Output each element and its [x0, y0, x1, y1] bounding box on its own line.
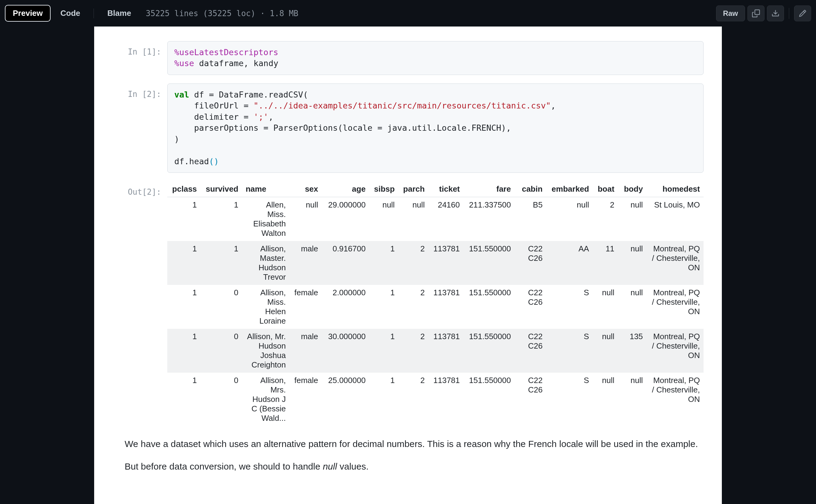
table-header-sibsp: sibsp: [369, 181, 399, 197]
download-icon[interactable]: [767, 5, 784, 21]
cell-out-2: Out[2]: pclasssurvivednamesexagesibsppar…: [125, 181, 704, 426]
table-cell-pclass: 1: [167, 373, 200, 426]
table-cell-sibsp: 1: [369, 241, 399, 285]
table-cell-fare: 151.550000: [463, 241, 515, 285]
table-cell-embarked: S: [546, 373, 593, 426]
table-cell-survived: 0: [200, 285, 242, 329]
table-cell-sibsp: 1: [369, 285, 399, 329]
code-token: (: [209, 157, 214, 166]
table-cell-age: 2.000000: [322, 285, 369, 329]
tab-preview[interactable]: Preview: [5, 5, 51, 22]
table-cell-boat: null: [593, 285, 618, 329]
code-token: useLatestDescriptors: [179, 48, 278, 57]
code-token: %: [174, 59, 179, 68]
table-cell-cabin: C22 C26: [515, 373, 546, 426]
table-cell-name: Allen, Miss. Elisabeth Walton: [242, 197, 289, 241]
table-cell-homedest: Montreal, PQ / Chesterville, ON: [647, 373, 704, 426]
table-row: 10Allison, Miss. Helen Lorainefemale2.00…: [167, 285, 704, 329]
code-token: fileOrUrl =: [174, 101, 254, 110]
table-cell-homedest: St Louis, MO: [647, 197, 704, 241]
cell-in-1: In [1]: %useLatestDescriptors %use dataf…: [125, 41, 704, 75]
code-token: "../../idea-examples/titanic/src/main/re…: [254, 101, 551, 110]
table-header-boat: boat: [593, 181, 618, 197]
table-cell-embarked: S: [546, 329, 593, 373]
code-token: ): [214, 157, 219, 166]
table-cell-boat: null: [593, 329, 618, 373]
cell-prompt: In [1]:: [125, 41, 167, 75]
raw-button[interactable]: Raw: [716, 5, 745, 21]
table-cell-sex: female: [289, 285, 322, 329]
table-cell-ticket: 113781: [428, 285, 463, 329]
edit-icon[interactable]: [794, 5, 811, 21]
table-cell-name: Allison, Mrs. Hudson J C (Bessie Wald...: [242, 373, 289, 426]
table-cell-pclass: 1: [167, 329, 200, 373]
table-cell-age: 0.916700: [322, 241, 369, 285]
markdown-p: But before data conversion, we should to…: [125, 460, 704, 474]
file-meta: 35225 lines (35225 loc) · 1.8 MB: [146, 9, 298, 18]
code-token: ,: [268, 112, 273, 122]
table-cell-sex: null: [289, 197, 322, 241]
table-cell-boat: null: [593, 373, 618, 426]
table-row: 11Allison, Master. Hudson Trevormale0.91…: [167, 241, 704, 285]
code-token: use: [179, 59, 194, 68]
table-cell-boat: 11: [593, 241, 618, 285]
table-cell-sex: male: [289, 329, 322, 373]
file-toolbar: Preview Code Blame 35225 lines (35225 lo…: [0, 0, 816, 27]
table-header-ticket: ticket: [428, 181, 463, 197]
table-cell-survived: 0: [200, 329, 242, 373]
table-row: 11Allen, Miss. Elisabeth Waltonnull29.00…: [167, 197, 704, 241]
cell-in-2: In [2]: val df = DataFrame.readCSV( file…: [125, 83, 704, 173]
table-row: 10Allison, Mrs. Hudson J C (Bessie Wald.…: [167, 373, 704, 426]
table-cell-body: null: [618, 241, 647, 285]
table-cell-fare: 151.550000: [463, 329, 515, 373]
table-cell-survived: 1: [200, 197, 242, 241]
table-cell-age: 25.000000: [322, 373, 369, 426]
table-cell-name: Allison, Mr. Hudson Joshua Creighton: [242, 329, 289, 373]
code-token: parserOptions = ParserOptions(locale = j…: [174, 123, 511, 133]
tab-code[interactable]: Code: [53, 5, 87, 21]
table-cell-parch: 2: [398, 373, 428, 426]
table-cell-boat: 2: [593, 197, 618, 241]
table-header-embarked: embarked: [546, 181, 593, 197]
table-row: 10Allison, Mr. Hudson Joshua Creightonma…: [167, 329, 704, 373]
code-token: dataframe, kandy: [194, 59, 278, 68]
table-cell-fare: 151.550000: [463, 285, 515, 329]
table-cell-cabin: C22 C26: [515, 241, 546, 285]
table-cell-pclass: 1: [167, 285, 200, 329]
code-token: ): [174, 134, 179, 144]
table-cell-parch: 2: [398, 241, 428, 285]
code-block: %useLatestDescriptors %use dataframe, ka…: [167, 41, 704, 75]
cell-prompt: Out[2]:: [125, 181, 167, 426]
table-cell-body: null: [618, 373, 647, 426]
table-cell-sibsp: 1: [369, 373, 399, 426]
table-cell-homedest: Montreal, PQ / Chesterville, ON: [647, 285, 704, 329]
copy-icon[interactable]: [747, 5, 765, 21]
code-token: ';': [254, 112, 268, 122]
table-cell-name: Allison, Miss. Helen Loraine: [242, 285, 289, 329]
separator: [789, 8, 789, 19]
table-cell-fare: 151.550000: [463, 373, 515, 426]
table-cell-ticket: 113781: [428, 241, 463, 285]
table-cell-body: 135: [618, 329, 647, 373]
markdown-p: We have a dataset which uses an alternat…: [125, 437, 704, 451]
table-cell-ticket: 113781: [428, 373, 463, 426]
table-cell-homedest: Montreal, PQ / Chesterville, ON: [647, 241, 704, 285]
table-cell-body: null: [618, 285, 647, 329]
dataframe-table: pclasssurvivednamesexagesibspparchticket…: [167, 181, 704, 426]
table-cell-sex: male: [289, 241, 322, 285]
table-header-name: name: [242, 181, 289, 197]
tab-blame[interactable]: Blame: [100, 5, 138, 21]
table-header-cabin: cabin: [515, 181, 546, 197]
table-cell-sex: female: [289, 373, 322, 426]
table-cell-pclass: 1: [167, 197, 200, 241]
table-cell-parch: null: [398, 197, 428, 241]
code-token: %: [174, 48, 179, 57]
code-token: delimiter =: [174, 112, 254, 122]
table-header-parch: parch: [398, 181, 428, 197]
table-cell-sibsp: 1: [369, 329, 399, 373]
table-cell-embarked: null: [546, 197, 593, 241]
markdown-cell: We have a dataset which uses an alternat…: [125, 437, 704, 474]
table-cell-parch: 2: [398, 285, 428, 329]
code-block: val df = DataFrame.readCSV( fileOrUrl = …: [167, 83, 704, 173]
table-cell-embarked: AA: [546, 241, 593, 285]
